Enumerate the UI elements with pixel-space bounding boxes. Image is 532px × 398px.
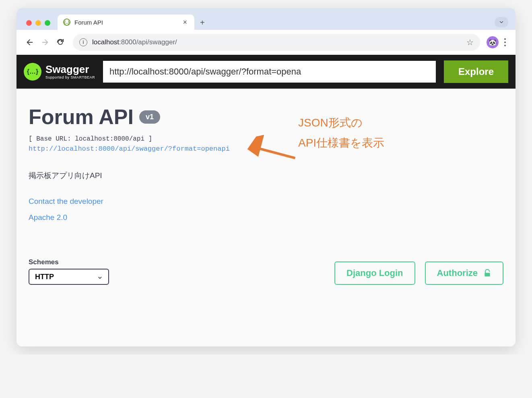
version-badge: v1	[139, 110, 160, 124]
browser-toolbar: i localhost:8000/api/swagger/ ☆ 🐼	[16, 30, 516, 55]
annotation-text: JSON形式の API仕様書を表示	[298, 113, 384, 153]
tab-title: Forum API	[74, 19, 177, 26]
close-tab-icon[interactable]: ×	[181, 18, 189, 27]
tab-overflow-button[interactable]	[495, 17, 508, 27]
minimize-window-button[interactable]	[35, 20, 41, 26]
schemes-block: Schemes HTTP	[29, 258, 109, 285]
arrow-left-icon	[25, 38, 34, 47]
site-info-icon[interactable]: i	[79, 38, 87, 46]
api-description: 掲示板アプリ向けAPI	[29, 170, 503, 181]
new-tab-button[interactable]: +	[194, 18, 210, 30]
browser-tab[interactable]: {..} Forum API ×	[58, 15, 194, 30]
profile-avatar[interactable]: 🐼	[487, 36, 499, 48]
browser-window: {..} Forum API × + i localhos	[16, 8, 516, 346]
maximize-window-button[interactable]	[45, 20, 50, 26]
api-title: Forum API	[29, 105, 134, 129]
swagger-logo-text: Swagger Supported by SMARTBEAR	[45, 64, 95, 79]
bookmark-star-icon[interactable]: ☆	[466, 37, 474, 47]
close-window-button[interactable]	[26, 20, 32, 26]
contact-developer-link[interactable]: Contact the developer	[29, 197, 103, 206]
spec-url-input[interactable]	[103, 61, 436, 83]
browser-header: {..} Forum API × + i localhos	[16, 8, 516, 55]
swagger-topbar: {…} Swagger Supported by SMARTBEAR Explo…	[16, 55, 516, 89]
authorize-button[interactable]: Authorize	[425, 261, 503, 285]
auth-buttons: Django Login Authorize	[334, 261, 503, 285]
swagger-logo: {…} Swagger Supported by SMARTBEAR	[24, 63, 95, 81]
swagger-favicon-icon: {..}	[63, 19, 70, 26]
tab-bar: {..} Forum API × +	[16, 8, 516, 30]
svg-rect-1	[485, 273, 490, 276]
reload-button[interactable]	[54, 36, 66, 48]
django-login-label: Django Login	[346, 268, 403, 278]
schemes-label: Schemes	[29, 258, 109, 266]
schemes-select[interactable]: HTTP	[29, 269, 109, 285]
forward-button[interactable]	[39, 36, 51, 48]
url-text: localhost:8000/api/swagger/	[92, 38, 177, 46]
authorize-label: Authorize	[437, 268, 478, 278]
swagger-logo-icon: {…}	[24, 63, 41, 81]
api-title-row: Forum API v1	[29, 105, 503, 129]
annotation-line-1: JSON形式の	[298, 113, 384, 133]
browser-menu-button[interactable]	[502, 36, 508, 49]
license-link[interactable]: Apache 2.0	[29, 213, 67, 222]
django-login-button[interactable]: Django Login	[334, 261, 415, 285]
bottom-controls: Schemes HTTP Django Login Authorize	[29, 258, 503, 285]
swagger-body: Forum API v1 [ Base URL: localhost:8000/…	[16, 89, 516, 346]
annotation-line-2: API仕様書を表示	[298, 133, 384, 153]
arrow-right-icon	[41, 38, 49, 47]
reload-icon	[56, 38, 65, 47]
chevron-down-icon	[499, 19, 504, 25]
window-controls	[25, 20, 58, 30]
spec-link[interactable]: http://localhost:8000/api/swagger/?forma…	[29, 145, 230, 153]
back-button[interactable]	[24, 36, 36, 48]
unlock-icon	[483, 269, 491, 277]
explore-button[interactable]: Explore	[444, 60, 508, 83]
address-bar[interactable]: i localhost:8000/api/swagger/ ☆	[73, 34, 480, 51]
